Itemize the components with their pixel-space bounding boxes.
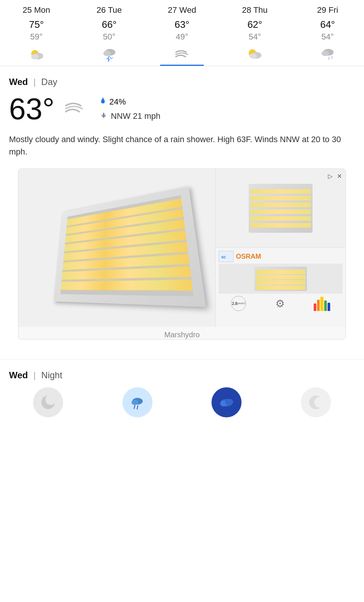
weather-description: Mostly cloudy and windy. Slight chance o… — [9, 133, 355, 158]
temp-low-fri: 54° — [321, 32, 334, 42]
temp-high-fri: 64° — [320, 19, 335, 30]
svg-line-25 — [134, 405, 135, 409]
svg-line-16 — [329, 57, 329, 60]
night-icons-row — [9, 387, 355, 417]
ad-brand-logo: SC — [219, 251, 234, 262]
night-day: Wed — [9, 370, 28, 380]
day-col-fri[interactable]: 29 Fri 64° 54° — [291, 0, 364, 66]
ad-badges: 2.8 µmol/J ⚙ — [219, 296, 343, 311]
big-temperature: 63° — [9, 94, 54, 124]
ad-container: ▷ ✕ — [18, 168, 346, 340]
ad-side-bottom: SC OSRAM — [216, 248, 346, 327]
detail-period-header: Wed | Day — [9, 77, 355, 87]
svg-point-29 — [225, 399, 233, 405]
detail-day: Wed — [9, 77, 28, 87]
temp-low-mon: 59° — [30, 32, 42, 42]
day-label-wed: 27 Wed — [168, 5, 196, 15]
ad-close-button[interactable]: ✕ — [336, 172, 343, 180]
led-panel-large — [54, 187, 206, 307]
temp-high-tue: 66° — [102, 19, 116, 30]
day-selector: 25 Mon 75° 59° 26 Tue 66° 50° — [0, 0, 364, 66]
night-circle-rain — [122, 387, 153, 417]
day-col-wed[interactable]: 27 Wed 63° 49° — [146, 0, 219, 66]
day-label-tue: 26 Tue — [97, 5, 122, 15]
temp-low-tue: 50° — [103, 32, 115, 42]
svg-point-24 — [131, 400, 138, 405]
ad-play-button[interactable]: ▷ — [327, 172, 333, 180]
ad-side-top-image[interactable] — [216, 169, 346, 248]
weather-icon-wed — [172, 45, 191, 62]
ad-badge-gear: ⚙ — [272, 296, 287, 311]
ad-controls: ▷ ✕ — [327, 172, 343, 180]
ad-caption: Marshydro — [18, 331, 346, 339]
detail-section: Wed | Day 63° 24% — [0, 66, 364, 359]
night-header: Wed | Night — [9, 370, 355, 381]
svg-line-5 — [108, 56, 109, 59]
ad-brand-row: SC OSRAM — [219, 251, 343, 262]
night-icon-phase — [301, 387, 331, 417]
wind-dir-icon — [100, 111, 108, 121]
temp-high-mon: 75° — [29, 19, 44, 30]
svg-point-31 — [314, 397, 325, 408]
svg-line-10 — [112, 57, 112, 59]
temp-low-thu: 54° — [249, 32, 261, 42]
weather-icon-fri — [318, 45, 337, 62]
svg-point-13 — [249, 53, 257, 59]
svg-point-4 — [103, 51, 111, 56]
ad-inner: ▷ ✕ — [18, 169, 346, 327]
temp-high-thu: 62° — [248, 19, 262, 30]
night-circle-phase — [301, 387, 331, 417]
svg-line-7 — [108, 59, 109, 62]
led-panel-small-bottom — [254, 267, 307, 291]
rain-icon — [100, 97, 106, 107]
led-panel-small-top — [249, 184, 313, 233]
ad-badge-value: 2.8 µmol/J — [231, 296, 246, 311]
night-section: Wed | Night — [0, 359, 364, 425]
weather-icon-thu — [245, 45, 264, 62]
wind-stat: NNW 21 mph — [100, 111, 160, 121]
night-icon-moon — [33, 387, 63, 417]
precip-value: 24% — [109, 97, 126, 107]
wind-icon — [62, 98, 85, 120]
ad-side: ▷ ✕ — [216, 169, 346, 327]
wind-label: NNW 21 mph — [111, 111, 160, 121]
day-col-thu[interactable]: 28 Thu 62° 54° — [218, 0, 291, 66]
detail-period: Day — [41, 77, 57, 87]
ad-side-bottom-image[interactable] — [219, 264, 343, 294]
day-label-thu: 28 Thu — [242, 5, 267, 15]
svg-point-2 — [31, 54, 39, 59]
ad-badge-chart — [314, 296, 330, 311]
day-label-mon: 25 Mon — [23, 5, 50, 15]
svg-text:SC: SC — [221, 255, 226, 259]
weather-icon-mon — [27, 45, 46, 62]
day-col-mon[interactable]: 25 Mon 75° 59° — [0, 0, 73, 66]
svg-line-17 — [332, 56, 332, 59]
night-period: Night — [41, 370, 62, 380]
detail-main-row: 63° 24% — [9, 94, 355, 124]
precip-stat: 24% — [100, 97, 160, 107]
svg-line-9 — [107, 58, 107, 60]
svg-line-8 — [110, 57, 111, 59]
ad-main-image[interactable] — [18, 169, 216, 327]
temp-high-wed: 63° — [175, 19, 189, 30]
night-circle-moon — [33, 387, 63, 417]
temp-low-wed: 49° — [176, 32, 188, 42]
svg-point-22 — [45, 394, 56, 405]
ad-brand-name: OSRAM — [236, 253, 261, 261]
night-icon-cloud — [211, 387, 242, 417]
night-icon-rain — [122, 387, 153, 417]
night-circle-cloud — [211, 387, 242, 417]
svg-line-26 — [137, 406, 138, 409]
day-label-fri: 29 Fri — [317, 5, 338, 15]
detail-stats: 24% NNW 21 mph — [100, 97, 160, 121]
weather-icon-tue — [100, 45, 119, 62]
day-col-tue[interactable]: 26 Tue 66° 50° — [73, 0, 146, 66]
svg-point-15 — [322, 51, 329, 56]
